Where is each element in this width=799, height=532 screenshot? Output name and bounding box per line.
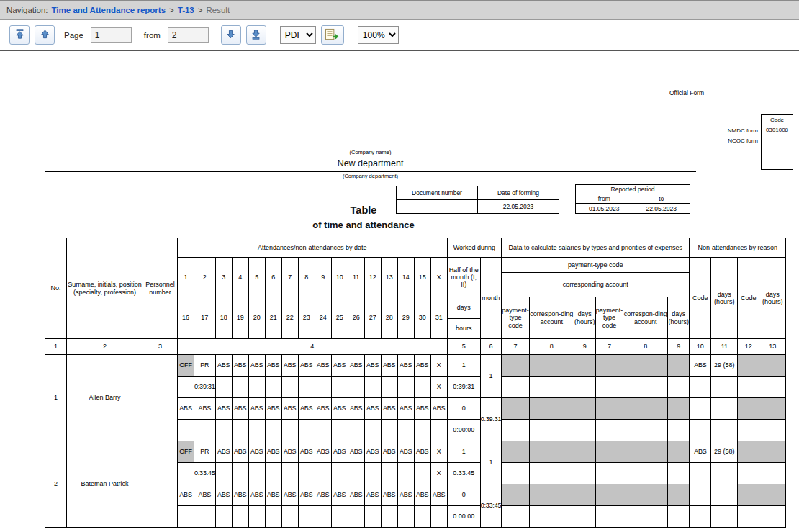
- company-name-caption: (Company name): [45, 149, 696, 155]
- day-code-cell: X: [430, 441, 447, 463]
- hours-header: hours: [447, 319, 480, 339]
- empty-cell: [623, 506, 668, 528]
- empty-cell: [502, 506, 530, 528]
- code-box-empty-cell: [761, 145, 793, 170]
- page-input[interactable]: [91, 27, 132, 43]
- empty-cell: [711, 398, 738, 420]
- day-code-cell: ABS: [397, 441, 414, 463]
- corresponding-account-header: corresponding account: [502, 273, 690, 297]
- arrow-up-icon: [40, 29, 50, 42]
- zoom-select[interactable]: 100%: [358, 26, 399, 44]
- column-number: 6: [480, 339, 502, 355]
- empty-cell: [529, 463, 574, 484]
- breadcrumb-link-reports[interactable]: Time and Attendance reports: [52, 6, 166, 14]
- day-code-cell: ABS: [178, 484, 194, 506]
- day-code-cell: ABS: [232, 441, 248, 463]
- day-time-cell: [414, 420, 430, 441]
- day-code-cell: ABS: [232, 398, 248, 420]
- day-code-cell: ABS: [414, 441, 430, 463]
- empty-cell: [668, 420, 690, 441]
- breadcrumb-separator: >: [198, 6, 203, 14]
- export-button[interactable]: [321, 25, 344, 45]
- day-time-cell: [265, 377, 281, 398]
- shaded-cell: [738, 355, 759, 377]
- day-code-cell: ABS: [265, 484, 281, 506]
- column-number: 9: [668, 339, 690, 355]
- day-number-header: 1: [178, 258, 194, 297]
- column-number: 1: [45, 339, 67, 355]
- code-box: Code NMDC form 0301008 NCOC form: [685, 114, 793, 170]
- day-code-cell: ABS: [281, 441, 298, 463]
- empty-cell: [738, 377, 759, 398]
- day-code-cell: ABS: [281, 398, 298, 420]
- department-caption: (Company department): [45, 173, 696, 179]
- day-number-header: 17: [194, 297, 216, 339]
- report-title: Table of time and attendance: [270, 204, 457, 230]
- shaded-cell: [574, 355, 595, 377]
- day-time-cell: [397, 377, 414, 398]
- nonatt-days-header: days (hours): [711, 258, 738, 339]
- day-number-header: 23: [298, 297, 315, 339]
- document-number-header: Document number: [397, 186, 478, 200]
- personnel-number: [143, 355, 178, 441]
- day-time-cell: [331, 463, 348, 484]
- day-time-cell: [178, 420, 194, 441]
- company-name-line: [45, 148, 696, 148]
- empty-cell: [574, 506, 595, 528]
- export-icon: [325, 28, 340, 42]
- day-code-cell: ABS: [414, 398, 430, 420]
- day-time-cell: [194, 420, 216, 441]
- day-number-header: 2: [194, 258, 216, 297]
- first-page-button[interactable]: [9, 25, 30, 45]
- half2-hours: 0:00:00: [447, 420, 480, 441]
- half2-hours: 0:00:00: [447, 506, 480, 528]
- empty-cell: [574, 463, 595, 484]
- day-code-cell: ABS: [265, 398, 281, 420]
- col-personnel-header: Personnel number: [143, 238, 178, 339]
- shaded-cell: [759, 484, 786, 506]
- half2-days: 0: [447, 398, 480, 420]
- day-code-cell: ABS: [381, 355, 397, 377]
- breadcrumb-link-t13[interactable]: T-13: [178, 6, 194, 14]
- day-code-cell: ABS: [248, 398, 265, 420]
- last-page-button[interactable]: [246, 25, 266, 45]
- day-time-cell: [364, 377, 381, 398]
- day-code-cell: X: [430, 355, 447, 377]
- day-code-cell: ABS: [364, 441, 381, 463]
- period-to-label: to: [633, 194, 690, 204]
- arrow-down-icon: [225, 29, 236, 42]
- row-number: 2: [45, 441, 67, 528]
- day-time-cell: [430, 420, 447, 441]
- empty-cell: [690, 420, 711, 441]
- empty-cell: [595, 420, 623, 441]
- day-time-cell: [348, 420, 364, 441]
- empty-cell: [502, 420, 530, 441]
- next-page-button[interactable]: [221, 25, 241, 45]
- prev-page-button[interactable]: [35, 25, 55, 45]
- nmdc-form-label: NMDC form: [728, 127, 761, 134]
- shaded-cell: [759, 441, 786, 463]
- shaded-cell: [595, 441, 623, 463]
- code-box-header: Code: [761, 114, 793, 125]
- day-number-header: 14: [397, 258, 414, 297]
- nmdc-form-code: 0301008: [761, 125, 793, 135]
- column-number: 11: [711, 339, 738, 355]
- column-number: 3: [143, 339, 178, 355]
- shaded-cell: [529, 441, 574, 463]
- half1-days: 1: [447, 441, 480, 463]
- shaded-cell: [738, 441, 759, 463]
- sub-account-header: correspon-ding account: [529, 297, 574, 339]
- format-select[interactable]: PDF: [280, 26, 316, 44]
- shaded-cell: [759, 355, 786, 377]
- day-code-cell: ABS: [281, 484, 298, 506]
- day-code-cell: ABS: [397, 355, 414, 377]
- arrow-down-bar-icon: [250, 29, 261, 42]
- employee-name: Allen Barry: [67, 355, 143, 441]
- day-time-cell: [265, 463, 281, 484]
- month-hours: 0:39:31: [480, 398, 502, 441]
- day-time-cell: [315, 420, 331, 441]
- col-no-header: No.: [45, 238, 67, 339]
- half2-days: 0: [447, 484, 480, 506]
- total-pages-input[interactable]: [168, 27, 209, 43]
- from-label: from: [144, 31, 161, 40]
